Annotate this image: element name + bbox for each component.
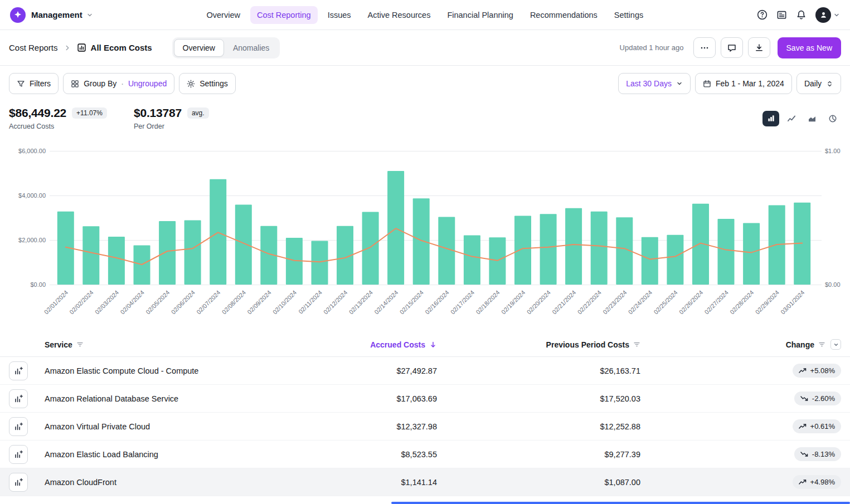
app-logo[interactable] [10,7,26,23]
nav-settings[interactable]: Settings [608,6,650,24]
svg-text:02/23/2024: 02/23/2024 [601,289,628,315]
changelog-button[interactable] [776,9,787,20]
service-name: Amazon Elastic Load Balancing [45,450,247,459]
area-chart-icon [808,114,817,123]
add-to-chart-button[interactable] [9,361,28,380]
more-options-button[interactable] [693,37,716,58]
download-button[interactable] [748,37,770,58]
column-options-button[interactable] [830,339,841,350]
column-previous-period-label: Previous Period Costs [546,340,629,349]
table-row[interactable]: Amazon CloudFront$1,141.14$1,087.00+4.98… [0,468,850,496]
last-updated: Updated 1 hour ago [620,43,684,52]
row-actions [9,445,45,464]
table-row[interactable]: Amazon Relational Database Service$17,06… [0,385,850,413]
tab-anomalies[interactable]: Anomalies [224,39,278,57]
change-cell: -8.13% [640,447,841,461]
ellipsis-icon [700,43,709,52]
trend-up-icon [799,423,807,429]
save-as-new-button[interactable]: Save as New [778,37,841,58]
column-accrued-costs-label: Accrued Costs [370,340,425,349]
chevron-down-icon [676,80,683,87]
table-row[interactable]: Amazon Elastic Compute Cloud - Compute$2… [0,357,850,385]
svg-text:02/09/2024: 02/09/2024 [246,289,272,315]
chart-type-line-button[interactable] [783,111,800,126]
table-row[interactable]: Amazon Elastic Load Balancing$8,523.55$9… [0,441,850,468]
svg-text:$6,000.00: $6,000.00 [18,148,46,154]
change-cell: +4.98% [640,475,841,489]
filters-button[interactable]: Filters [9,73,59,94]
svg-text:02/15/2024: 02/15/2024 [399,289,425,315]
nav-issues[interactable]: Issues [321,6,358,24]
svg-text:02/29/2024: 02/29/2024 [754,289,780,315]
row-actions [9,473,45,492]
svg-text:02/05/2024: 02/05/2024 [144,289,171,315]
trend-up-icon [799,479,807,485]
accrued-costs-value: $86,449.22 [9,106,66,120]
svg-text:02/14/2024: 02/14/2024 [373,289,399,315]
nav-financial-planning[interactable]: Financial Planning [440,6,520,24]
help-button[interactable] [757,9,768,20]
workspace-switcher[interactable]: Management [31,10,93,19]
summary-stats: $86,449.22 +11.07% Accrued Costs $0.1378… [0,99,850,130]
nav-cost-reporting[interactable]: Cost Reporting [250,6,318,24]
line-chart-icon [787,114,796,123]
svg-text:02/12/2024: 02/12/2024 [322,289,348,315]
nav-active-resources[interactable]: Active Resources [361,6,438,24]
nav-overview[interactable]: Overview [200,6,246,24]
column-service-label: Service [45,340,72,349]
chevron-down-icon [833,342,839,348]
add-to-chart-button[interactable] [9,389,28,408]
column-service[interactable]: Service [45,340,247,349]
download-icon [755,43,764,52]
accrued-costs-label: Accrued Costs [9,123,107,130]
column-filter-icon[interactable] [76,341,84,348]
column-change[interactable]: Change [640,339,841,350]
column-accrued-costs[interactable]: Accrued Costs [247,340,437,349]
previous-period-cost-value: $12,252.88 [437,422,640,431]
add-to-chart-button[interactable] [9,417,28,436]
column-filter-icon[interactable] [818,341,825,348]
bell-icon [796,9,807,20]
svg-text:03/01/2024: 03/01/2024 [779,289,805,315]
per-order-label: Per Order [134,123,209,130]
cost-chart[interactable]: $0.00$2,000.00$4,000.00$6,000.00$0.00$1.… [0,139,850,332]
nav-recommendations[interactable]: Recommendations [523,6,604,24]
group-by-button[interactable]: Group By · Ungrouped [63,73,174,94]
previous-period-cost-value: $26,163.71 [437,366,640,375]
chart-type-pie-button[interactable] [824,111,841,126]
change-value: +0.61% [810,422,835,430]
svg-text:02/08/2024: 02/08/2024 [221,289,247,315]
news-icon [776,9,787,20]
svg-text:02/04/2024: 02/04/2024 [119,289,145,315]
account-menu[interactable] [815,7,840,23]
svg-text:02/06/2024: 02/06/2024 [170,289,196,315]
svg-text:$0.00: $0.00 [825,281,841,288]
add-to-chart-icon [14,366,23,375]
svg-text:02/11/2024: 02/11/2024 [297,289,323,315]
date-preset-dropdown[interactable]: Last 30 Days [618,73,691,94]
notifications-button[interactable] [796,9,807,20]
add-to-chart-button[interactable] [9,445,28,464]
date-range-picker[interactable]: Feb 1 - Mar 1, 2024 [695,73,792,94]
tab-overview[interactable]: Overview [174,39,224,57]
settings-button[interactable]: Settings [179,73,236,94]
report-icon [77,43,86,52]
comments-button[interactable] [721,37,743,58]
change-value: -8.13% [812,450,835,458]
chart-type-area-button[interactable] [804,111,820,126]
column-filter-icon[interactable] [633,341,640,348]
svg-text:02/01/2024: 02/01/2024 [43,289,69,315]
breadcrumb-root[interactable]: Cost Reports [9,43,58,52]
add-to-chart-button[interactable] [9,473,28,492]
column-previous-period-costs[interactable]: Previous Period Costs [437,340,640,349]
table-row[interactable]: Amazon Virtual Private Cloud$12,327.98$1… [0,413,850,441]
granularity-selector[interactable]: Daily [796,73,841,94]
accrued-cost-value: $1,141.14 [247,478,437,487]
trend-down-icon [800,451,808,457]
chevron-down-icon [833,12,840,18]
horizontal-scrollbar[interactable] [391,502,850,504]
column-change-label: Change [786,340,814,349]
chart-type-bar-button[interactable] [762,111,779,126]
primary-nav: Overview Cost Reporting Issues Active Re… [200,6,650,24]
service-name: Amazon Virtual Private Cloud [45,422,247,431]
